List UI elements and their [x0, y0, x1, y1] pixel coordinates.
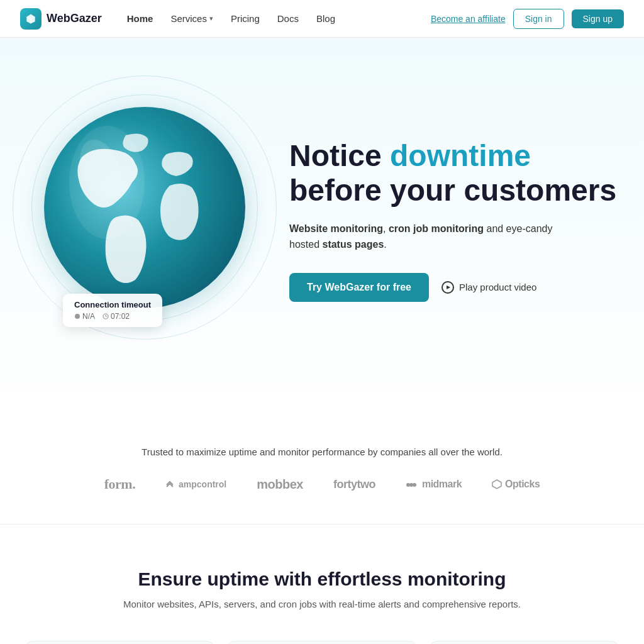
hero-section: Connection timeout N/A 07:02 Notice down… — [0, 38, 644, 415]
nav-links: Home Services Pricing Docs Blog — [119, 9, 343, 28]
signin-button[interactable]: Sign in — [513, 9, 564, 29]
hero-inner: Connection timeout N/A 07:02 Notice down… — [0, 75, 644, 365]
signup-button[interactable]: Sign up — [572, 9, 624, 28]
hero-actions: Try WebGazer for free Play product video — [289, 273, 619, 302]
hero-heading: Notice downtime before your customers — [289, 138, 619, 208]
nav-blog[interactable]: Blog — [309, 9, 343, 28]
play-video-label: Play product video — [459, 282, 536, 292]
brand-icon — [20, 8, 42, 30]
logo-mobbex: mobbex — [257, 477, 303, 492]
feature-card-pulses: Pulses Cron job monitoring — [227, 641, 416, 644]
features-section: Ensure uptime with effortless monitoring… — [0, 525, 644, 644]
svg-point-2 — [75, 314, 80, 319]
features-grid: Gazers Uptime monitoring Pulses Cron job… — [25, 641, 619, 644]
nav-home[interactable]: Home — [119, 9, 161, 28]
trusted-text: Trusted to maximize uptime and monitor p… — [25, 447, 619, 457]
nav-right: Become an affiliate Sign in Sign up — [431, 9, 624, 29]
logo-midmark: midmark — [406, 479, 462, 490]
feature-card-gazers: Gazers Uptime monitoring — [25, 641, 214, 644]
nav-pricing[interactable]: Pricing — [223, 9, 267, 28]
logo-opticks: Opticks — [492, 479, 540, 490]
feature-card-status: Status pages Hosted status — [430, 641, 619, 644]
conn-meta: N/A 07:02 — [74, 312, 151, 321]
hero-text: Notice downtime before your customers We… — [289, 138, 619, 302]
try-free-button[interactable]: Try WebGazer for free — [289, 273, 429, 302]
logos-row: form. ampcontrol mobbex fortytwo midmark… — [25, 476, 619, 492]
hero-subtext-cron: cron job monitoring — [389, 223, 484, 234]
logo-fortytwo: fortytwo — [333, 478, 375, 491]
hero-subtext: Website monitoring, cron job monitoring … — [289, 221, 566, 253]
nav-left: WebGazer Home Services Pricing Docs Blog — [20, 8, 343, 30]
logo-ampcontrol: ampcontrol — [165, 479, 226, 489]
affiliate-link[interactable]: Become an affiliate — [431, 14, 506, 24]
nav-docs[interactable]: Docs — [270, 9, 306, 28]
features-heading: Ensure uptime with effortless monitoring — [25, 569, 619, 590]
logo-form: form. — [104, 476, 135, 492]
hero-subtext-monitoring: Website monitoring — [289, 223, 383, 234]
hero-subtext-status: status pages — [322, 239, 384, 250]
svg-marker-9 — [492, 480, 501, 489]
features-subtext: Monitor websites, APIs, servers, and cro… — [25, 599, 619, 609]
trusted-section: Trusted to maximize uptime and monitor p… — [0, 415, 644, 525]
conn-title: Connection timeout — [74, 300, 151, 309]
conn-na: N/A — [74, 312, 95, 321]
connection-timeout-box: Connection timeout N/A 07:02 — [63, 294, 162, 327]
brand-name: WebGazer — [47, 12, 102, 25]
hero-heading-accent: downtime — [390, 139, 531, 172]
globe-circle — [44, 107, 245, 308]
brand-logo[interactable]: WebGazer — [20, 8, 102, 30]
navbar: WebGazer Home Services Pricing Docs Blog… — [0, 0, 644, 38]
nav-services[interactable]: Services — [163, 9, 221, 28]
hero-heading-prefix: Notice — [289, 139, 390, 172]
conn-time: 07:02 — [103, 312, 130, 321]
svg-point-8 — [413, 483, 416, 487]
hero-globe-wrapper: Connection timeout N/A 07:02 — [25, 75, 264, 365]
play-video-button[interactable]: Play product video — [441, 281, 536, 294]
play-icon — [441, 281, 454, 294]
hero-heading-suffix: before your customers — [289, 174, 616, 207]
